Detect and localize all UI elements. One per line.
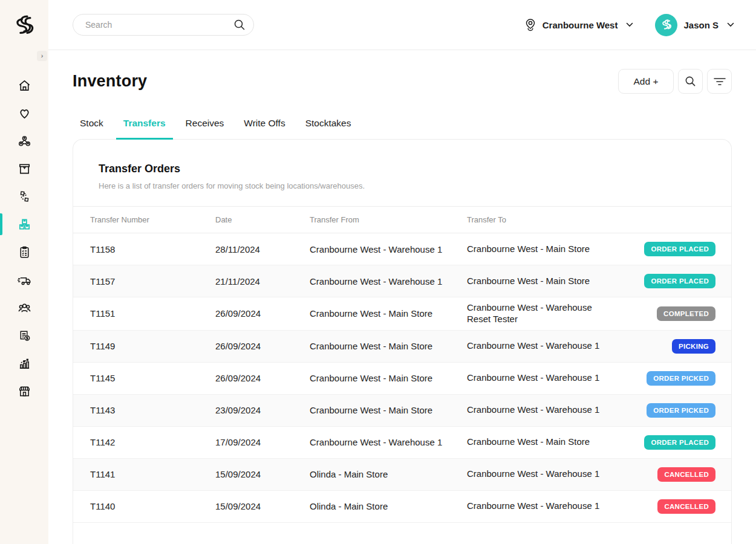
heart-icon: [18, 106, 31, 120]
tab-write-offs[interactable]: Write Offs: [236, 118, 292, 140]
add-button[interactable]: Add +: [618, 69, 674, 94]
truck-icon: [17, 273, 32, 287]
cell-date: 26/09/2024: [215, 373, 310, 383]
column-header: Transfer From: [310, 215, 467, 224]
cell-transfer-to: Cranbourne West - Warehouse Reset Tester: [467, 297, 627, 330]
sidebar-item-orders[interactable]: [0, 238, 48, 266]
cell-date: 23/09/2024: [215, 405, 310, 415]
sidebar-item-invoices[interactable]: [0, 322, 48, 349]
search-icon: [685, 76, 696, 87]
inventory-icon: [18, 218, 31, 232]
brand-logo[interactable]: [0, 0, 48, 51]
cell-transfer-to: Cranbourne West - Main Store: [467, 239, 627, 260]
status-badge: ORDER PICKED: [647, 371, 715, 386]
cell-transfer-from: Cranbourne West - Warehouse 1: [310, 276, 467, 287]
location-selector[interactable]: Cranbourne West: [524, 18, 634, 31]
search-input[interactable]: [73, 14, 254, 36]
sidebar-item-stores[interactable]: [0, 377, 48, 405]
table-row[interactable]: T115721/11/2024Cranbourne West - Warehou…: [73, 265, 731, 297]
card-subtitle: Here is a list of transfer orders for mo…: [99, 181, 706, 190]
home-icon: [18, 79, 31, 92]
brand-s-mark-icon: [11, 13, 37, 38]
filter-button[interactable]: [707, 69, 732, 94]
sidebar-item-supply-route[interactable]: [0, 183, 48, 210]
location-label: Cranbourne West: [543, 20, 618, 30]
column-header: Transfer To: [467, 215, 627, 224]
card-title: Transfer Orders: [99, 163, 706, 175]
cell-transfer-number: T1141: [90, 469, 215, 479]
tab-stocktakes[interactable]: Stocktakes: [298, 118, 359, 140]
sidebar-item-home[interactable]: [0, 71, 48, 99]
cell-transfer-from: Cranbourne West - Warehouse 1: [310, 437, 467, 447]
package-icon: [18, 162, 31, 176]
topbar: Cranbourne West Jason S: [48, 0, 756, 50]
sidebar: [0, 0, 48, 544]
search-button[interactable]: [678, 69, 703, 94]
location-pin-icon: [524, 18, 536, 31]
table-row[interactable]: T114526/09/2024Cranbourne West - Main St…: [73, 363, 731, 395]
cell-transfer-to: Cranbourne West - Main Store: [467, 432, 627, 453]
sidebar-item-favourites[interactable]: [0, 99, 48, 127]
cell-date: 15/09/2024: [215, 501, 310, 511]
tab-receives[interactable]: Receives: [178, 118, 232, 140]
table-row[interactable]: T115126/09/2024Cranbourne West - Main St…: [73, 297, 731, 331]
status-badge: ORDER PLACED: [644, 242, 715, 256]
cell-transfer-to: Cranbourne West - Main Store: [467, 271, 627, 292]
main-content: Inventory Add + StockTransfer: [48, 51, 756, 544]
cell-transfer-from: Cranbourne West - Main Store: [310, 373, 467, 383]
sidebar-collapse-button[interactable]: ›: [37, 51, 47, 61]
user-menu[interactable]: Jason S: [655, 14, 734, 36]
page-actions: Add +: [618, 69, 732, 94]
cell-transfer-number: T1149: [90, 341, 215, 351]
cell-transfer-number: T1145: [90, 373, 215, 383]
column-header: Transfer Number: [90, 215, 215, 224]
cell-transfer-number: T1158: [90, 244, 215, 254]
search-icon[interactable]: [233, 19, 246, 31]
sidebar-item-customers[interactable]: [0, 294, 48, 322]
people-icon: [17, 301, 32, 315]
table-row[interactable]: T114217/09/2024Cranbourne West - Warehou…: [73, 427, 731, 459]
table-row[interactable]: T114015/09/2024Olinda - Main StoreCranbo…: [73, 491, 731, 523]
cell-transfer-from: Olinda - Main Store: [310, 469, 467, 479]
topbar-right: Cranbourne West Jason S: [524, 14, 734, 36]
table-header-row: Transfer NumberDateTransfer FromTransfer…: [73, 206, 731, 233]
cell-date: 21/11/2024: [215, 276, 310, 287]
cell-date: 15/09/2024: [215, 469, 310, 479]
status-badge: PICKING: [672, 339, 715, 354]
cell-transfer-to: Cranbourne West - Warehouse 1: [467, 400, 627, 421]
cell-date: 28/11/2024: [215, 244, 310, 254]
sidebar-item-inventory[interactable]: [0, 210, 48, 238]
cell-transfer-to: Cranbourne West - Warehouse 1: [467, 496, 627, 517]
cell-transfer-number: T1143: [90, 405, 215, 415]
table-row[interactable]: T114323/09/2024Cranbourne West - Main St…: [73, 395, 731, 427]
tab-transfers[interactable]: Transfers: [116, 118, 173, 140]
sidebar-item-deliveries[interactable]: [0, 266, 48, 294]
avatar-s-mark-icon: [660, 18, 673, 31]
table-body: T115828/11/2024Cranbourne West - Warehou…: [73, 233, 731, 523]
cell-transfer-number: T1157: [90, 276, 215, 287]
sidebar-item-network[interactable]: [0, 127, 48, 155]
cell-date: 26/09/2024: [215, 308, 310, 319]
route-icon: [18, 190, 31, 204]
sidebar-item-products[interactable]: [0, 155, 48, 183]
table-row[interactable]: T114926/09/2024Cranbourne West - Main St…: [73, 331, 731, 363]
cell-transfer-number: T1151: [90, 308, 215, 319]
cell-date: 26/09/2024: [215, 341, 310, 351]
clipboard-icon: [18, 245, 31, 259]
store-icon: [18, 384, 31, 398]
cell-transfer-number: T1142: [90, 437, 215, 447]
filter-icon: [714, 77, 726, 86]
cell-transfer-from: Cranbourne West - Main Store: [310, 405, 467, 415]
cell-transfer-from: Cranbourne West - Main Store: [310, 341, 467, 351]
column-header: Date: [215, 215, 310, 224]
tab-stock[interactable]: Stock: [73, 118, 111, 140]
cell-transfer-to: Cranbourne West - Warehouse 1: [467, 335, 627, 357]
chevron-down-icon: [727, 22, 734, 27]
table-row[interactable]: T115828/11/2024Cranbourne West - Warehou…: [73, 233, 731, 265]
sidebar-item-reports[interactable]: [0, 349, 48, 377]
avatar: [655, 14, 677, 36]
status-badge: CANCELLED: [657, 499, 715, 514]
global-search: [73, 14, 254, 36]
cell-transfer-from: Cranbourne West - Warehouse 1: [310, 244, 467, 254]
table-row[interactable]: T114115/09/2024Olinda - Main StoreCranbo…: [73, 459, 731, 491]
